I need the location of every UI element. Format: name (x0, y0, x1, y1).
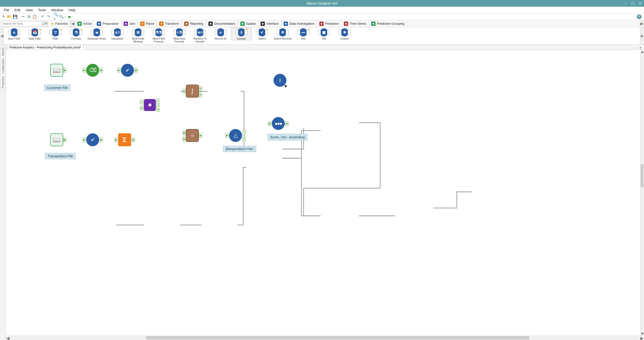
category-tab-data-investigation[interactable]: ◆Data Investigation (281, 20, 317, 27)
category-tab-predictive-grouping[interactable]: ◆Predictive Grouping (369, 20, 407, 27)
paste-button[interactable]: 📋 (32, 14, 37, 19)
category-tab-in-out[interactable]: ◆In/Out (75, 20, 94, 27)
tool-unique[interactable]: ❄Unique (334, 28, 355, 40)
tool-auto-field[interactable]: AAuto Field (4, 28, 24, 40)
category-tab-time-series[interactable]: ◆Time Series (342, 20, 369, 27)
anchor-out[interactable]: ▶ (285, 121, 288, 126)
anchor-in[interactable]: ▶ (268, 121, 271, 126)
anchor-out-j[interactable]: J (156, 103, 160, 108)
anchor-out[interactable]: ▶ (63, 68, 66, 73)
anchor-out[interactable]: ▶ (100, 68, 103, 73)
zoom-out-button[interactable]: 🔍- (59, 14, 64, 19)
category-tab-spatial[interactable]: ◆Spatial (238, 20, 258, 27)
category-tab-interface[interactable]: ◆Interface (258, 20, 281, 27)
document-tab[interactable]: Predictive Analytics - Predicticting Pro… (7, 45, 86, 50)
anchor-out-f[interactable]: F (242, 136, 246, 141)
anchor-in-r[interactable]: R (140, 106, 143, 111)
workflow-canvas[interactable]: 📖 ▶ Customer File ⌫ ▶ ▶ ✔ ▶ ▶ (6, 50, 644, 336)
node-sort[interactable]: ●●● ▶ ▶ (272, 117, 285, 130)
node-input-customer[interactable]: 📖 ▶ (50, 64, 63, 77)
tool-record-id[interactable]: #Record ID (210, 28, 231, 40)
anchor-out-r[interactable]: R (199, 92, 202, 97)
anchor-in[interactable]: ▶ (114, 137, 118, 142)
category-scroll-left[interactable]: ◀ (70, 20, 75, 27)
category-scroll-right[interactable]: ▶ (640, 20, 644, 27)
menu-tools[interactable]: Tools (36, 7, 48, 13)
category-tab-transform[interactable]: ◆Transform (157, 20, 182, 27)
node-data-cleansing[interactable]: ⌫ ▶ ▶ (86, 64, 99, 77)
node-sample-dragged[interactable]: ⦀ (274, 74, 286, 87)
category-tab-reporting[interactable]: ◆Reporting (182, 20, 206, 27)
save-button[interactable]: 💾 (12, 14, 18, 19)
tool-filter[interactable]: ★▽Filter (45, 28, 66, 40)
tool-generate-rows[interactable]: ≣Generate Rows (86, 28, 107, 40)
open-button[interactable]: 📂 (7, 14, 12, 19)
properties-tab[interactable]: Properties - Configuration - Module (1, 45, 5, 90)
palette-scroll-right[interactable]: ▶ (640, 27, 644, 44)
node-input-transactions[interactable]: 📖 ▶ (50, 133, 63, 146)
anchor-in[interactable]: ▶ (82, 68, 86, 73)
tool-select-records[interactable]: ✲Select Records (272, 28, 293, 40)
anchor-in[interactable]: ▶ (82, 137, 86, 142)
vertical-scrollbar[interactable]: ▲ ▼ (640, 50, 644, 336)
menu-file[interactable]: File (2, 7, 12, 13)
category-tab-parse[interactable]: ◆Parse (138, 20, 157, 27)
category-tab-predictive[interactable]: ◆Predictive (317, 20, 342, 27)
anchor-out[interactable]: ▶ (63, 137, 66, 142)
node-score[interactable]: ⌗ ▶ ▶ ▶ (186, 129, 199, 142)
help-button[interactable]: ? (637, 14, 642, 19)
node-join[interactable]: ✱ L R L J R (144, 99, 156, 111)
anchor-in[interactable]: ▶ (117, 68, 120, 73)
anchor-out-t[interactable]: T (242, 130, 246, 135)
node-logistic-regression[interactable]: ∫ ▶ O R (186, 85, 199, 98)
node-select-bottom[interactable]: ✔ ▶ ▶ (86, 133, 99, 146)
tool-sort[interactable]: ★•••Sort (293, 28, 314, 40)
undo-button[interactable]: ↶ (40, 14, 45, 19)
category-tab-documentation[interactable]: ◆Documentation (206, 20, 238, 27)
anchor-out[interactable]: ▶ (134, 68, 138, 73)
tool-multi-field-binning[interactable]: ⊞Multi-Field Binning (128, 28, 148, 43)
tool-tile[interactable]: ▦Tile (314, 28, 334, 40)
tool-random-sample[interactable]: %?Random % Sample (190, 28, 210, 43)
anchor-in-top[interactable]: ▶ (182, 131, 186, 135)
tool-sample[interactable]: ★⦀Sample (231, 28, 252, 40)
menu-window[interactable]: Window (49, 7, 66, 13)
category-tab-preparation[interactable]: ◆Preparation (94, 20, 121, 27)
palette-scroll-left[interactable]: ◀ (0, 27, 4, 44)
anchor-out[interactable]: ▶ (199, 133, 202, 138)
node-select-top[interactable]: ✔ ▶ ▶ (121, 64, 134, 77)
document-tab-close[interactable]: × (82, 46, 84, 49)
search-go-button[interactable]: 🔎▾ (42, 21, 48, 26)
tool-date-filter[interactable]: ★📅Date Filter (24, 28, 45, 40)
horizontal-scroll-thumb[interactable] (146, 337, 529, 339)
new-button[interactable]: ✎ (1, 14, 6, 19)
menu-view[interactable]: View (23, 7, 35, 13)
tool-imputation[interactable]: A?Imputation (107, 28, 128, 40)
horizontal-scrollbar[interactable]: ◀ ▶ (6, 336, 644, 340)
maximize-button[interactable]: ▢ (630, 1, 635, 5)
node-filter[interactable]: △ ▶ T F (229, 129, 242, 142)
anchor-out-l[interactable]: L (156, 99, 160, 103)
tool-multi-row-formula[interactable]: ≡⚗Multi-Row Formula (169, 28, 190, 43)
anchor-in[interactable]: ▶ (182, 89, 186, 94)
redo-button[interactable]: ↷ (46, 14, 51, 19)
node-summarize[interactable]: Σ ▶ ▶ (118, 133, 131, 146)
anchor-in[interactable]: ▶ (225, 133, 228, 138)
anchor-in-bot[interactable]: ▶ (182, 137, 186, 142)
cut-button[interactable]: ✂ (20, 14, 26, 19)
anchor-out-r[interactable]: R (156, 107, 160, 112)
close-window-button[interactable]: ✕ (638, 1, 642, 5)
favorites-tab[interactable]: ★ Favorites (48, 20, 70, 27)
menu-help[interactable]: Help (66, 7, 78, 13)
copy-button[interactable]: ⧉ (26, 14, 32, 19)
anchor-in-l[interactable]: L (140, 100, 143, 104)
run-button[interactable]: ▶ (67, 14, 72, 19)
search-input[interactable] (1, 21, 42, 26)
tool-select[interactable]: ★✔Select (252, 28, 272, 40)
anchor-out[interactable]: ▶ (132, 137, 135, 142)
zoom-in-button[interactable]: 🔍+ (54, 14, 59, 19)
document-tabs-menu[interactable]: ▼ (638, 46, 643, 50)
minimize-button[interactable]: — (623, 1, 628, 5)
anchor-out-o[interactable]: O (199, 86, 202, 91)
tool-multi-field-formula[interactable]: ⚗⚗Multi-Field Formula (148, 28, 169, 43)
